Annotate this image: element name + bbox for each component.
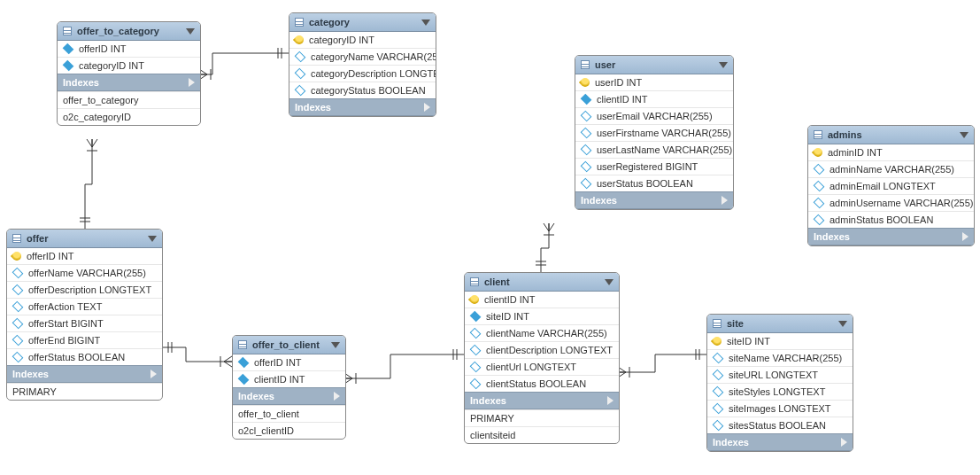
- column-row[interactable]: offerEnd BIGINT: [7, 331, 162, 348]
- column-row[interactable]: offerName VARCHAR(255): [7, 264, 162, 281]
- column-row[interactable]: adminEmail LONGTEXT: [808, 177, 974, 194]
- entity-header[interactable]: client: [465, 273, 619, 292]
- column-row[interactable]: clientUrl LONGTEXT: [465, 358, 619, 375]
- expand-icon[interactable]: [424, 103, 430, 112]
- table-icon: [63, 27, 72, 35]
- column-row[interactable]: userFirstname VARCHAR(255): [575, 124, 733, 141]
- column-row[interactable]: adminStatus BOOLEAN: [808, 211, 974, 228]
- column-row[interactable]: clientStatus BOOLEAN: [465, 375, 619, 392]
- column-row[interactable]: userLastName VARCHAR(255): [575, 141, 733, 158]
- table-icon: [12, 234, 21, 243]
- column-row[interactable]: offerStart BIGINT: [7, 315, 162, 331]
- column-text: userFirstname VARCHAR(255): [597, 128, 731, 138]
- entity-header[interactable]: admins: [808, 126, 974, 144]
- column-row[interactable]: offerStatus BOOLEAN: [7, 348, 162, 365]
- collapse-icon[interactable]: [838, 321, 847, 327]
- indexes-section-header[interactable]: Indexes: [233, 387, 345, 405]
- column-row[interactable]: offerID INT: [233, 354, 345, 370]
- column-row[interactable]: siteStyles LONGTEXT: [707, 383, 853, 400]
- indexes-section-header[interactable]: Indexes: [7, 365, 162, 383]
- entity-admins[interactable]: adminsadminID INTadminName VARCHAR(255)a…: [807, 125, 975, 246]
- index-row[interactable]: PRIMARY: [465, 409, 619, 426]
- diamond-hollow-icon: [581, 178, 592, 190]
- entity-header[interactable]: category: [289, 13, 436, 32]
- column-row[interactable]: adminName VARCHAR(255): [808, 160, 974, 177]
- columns-list: adminID INTadminName VARCHAR(255)adminEm…: [808, 144, 974, 228]
- column-row[interactable]: clientID INT: [465, 292, 619, 308]
- column-row[interactable]: adminUsername VARCHAR(255): [808, 194, 974, 211]
- index-row[interactable]: o2cl_clientID: [233, 422, 345, 439]
- expand-icon[interactable]: [962, 232, 968, 241]
- entity-header[interactable]: offer_to_client: [233, 336, 345, 354]
- collapse-icon[interactable]: [421, 19, 430, 26]
- key-icon: [468, 293, 481, 306]
- column-row[interactable]: categoryID INT: [289, 32, 436, 48]
- key-icon: [293, 34, 305, 46]
- entity-category[interactable]: categorycategoryID INTcategoryName VARCH…: [289, 12, 436, 117]
- column-row[interactable]: userRegistered BIGINT: [575, 158, 733, 175]
- entity-offer[interactable]: offerofferID INTofferName VARCHAR(255)of…: [6, 229, 163, 401]
- expand-icon[interactable]: [721, 196, 728, 205]
- column-row[interactable]: siteName VARCHAR(255): [707, 349, 853, 366]
- index-row[interactable]: offer_to_client: [233, 405, 345, 422]
- expand-icon[interactable]: [334, 392, 340, 401]
- column-row[interactable]: clientID INT: [233, 370, 345, 387]
- column-row[interactable]: categoryStatus BOOLEAN: [289, 82, 436, 98]
- column-row[interactable]: categoryDescription LONGTEXT: [289, 65, 436, 82]
- column-row[interactable]: sitesStatus BOOLEAN: [707, 417, 853, 433]
- collapse-icon[interactable]: [331, 342, 340, 348]
- entity-header[interactable]: offer_to_category: [58, 22, 200, 41]
- expand-icon[interactable]: [607, 396, 613, 405]
- collapse-icon[interactable]: [719, 62, 728, 68]
- column-row[interactable]: offerID INT: [58, 41, 200, 57]
- collapse-icon[interactable]: [605, 279, 613, 285]
- collapse-icon[interactable]: [960, 132, 968, 138]
- column-row[interactable]: clientDescription LONGTEXT: [465, 341, 619, 358]
- entity-offer_to_client[interactable]: offer_to_clientofferID INTclientID INTIn…: [232, 335, 346, 440]
- indexes-section-header[interactable]: Indexes: [58, 74, 200, 91]
- entity-client[interactable]: clientclientID INTsiteID INTclientName V…: [464, 272, 620, 444]
- diamond-hollow-icon: [713, 386, 724, 398]
- indexes-section-header[interactable]: Indexes: [465, 392, 619, 409]
- column-row[interactable]: userID INT: [575, 74, 733, 90]
- column-row[interactable]: offerDescription LONGTEXT: [7, 281, 162, 298]
- expand-icon[interactable]: [189, 78, 195, 87]
- entity-header[interactable]: site: [707, 315, 853, 333]
- entity-user[interactable]: useruserID INTclientID INTuserEmail VARC…: [575, 55, 734, 210]
- index-row[interactable]: PRIMARY: [7, 383, 162, 400]
- column-row[interactable]: siteID INT: [465, 308, 619, 324]
- column-row[interactable]: offerID INT: [7, 248, 162, 264]
- diamond-filled-icon: [238, 374, 250, 385]
- entity-header[interactable]: user: [575, 56, 733, 74]
- indexes-section-header[interactable]: Indexes: [289, 98, 436, 116]
- entity-header[interactable]: offer: [7, 230, 162, 248]
- column-row[interactable]: categoryName VARCHAR(255): [289, 48, 436, 65]
- column-row[interactable]: offerAction TEXT: [7, 298, 162, 315]
- column-row[interactable]: clientName VARCHAR(255): [465, 324, 619, 341]
- column-row[interactable]: userEmail VARCHAR(255): [575, 107, 733, 124]
- entity-site[interactable]: sitesiteID INTsiteName VARCHAR(255)siteU…: [706, 314, 853, 452]
- index-row[interactable]: offer_to_category: [58, 91, 200, 108]
- indexes-section-header[interactable]: Indexes: [575, 191, 733, 209]
- indexes-section-header[interactable]: Indexes: [808, 228, 974, 245]
- column-row[interactable]: siteURL LONGTEXT: [707, 366, 853, 383]
- expand-icon[interactable]: [150, 370, 157, 378]
- entity-title: offer_to_client: [252, 339, 326, 350]
- collapse-icon[interactable]: [148, 236, 157, 242]
- column-row[interactable]: siteID INT: [707, 333, 853, 349]
- column-row[interactable]: userStatus BOOLEAN: [575, 175, 733, 191]
- indexes-section-header[interactable]: Indexes: [707, 433, 853, 451]
- column-row[interactable]: siteImages LONGTEXT: [707, 400, 853, 417]
- index-row[interactable]: o2c_categoryID: [58, 108, 200, 125]
- diamond-hollow-icon: [713, 370, 724, 381]
- diamond-hollow-icon: [581, 161, 592, 173]
- expand-icon[interactable]: [841, 438, 847, 447]
- entity-offer_to_category[interactable]: offer_to_categoryofferID INTcategoryID I…: [57, 21, 201, 126]
- column-text: userLastName VARCHAR(255): [597, 144, 732, 155]
- column-row[interactable]: categoryID INT: [58, 57, 200, 74]
- column-row[interactable]: adminID INT: [808, 144, 974, 160]
- columns-list: siteID INTsiteName VARCHAR(255)siteURL L…: [707, 333, 853, 433]
- collapse-icon[interactable]: [186, 28, 195, 35]
- column-row[interactable]: clientID INT: [575, 90, 733, 107]
- index-row[interactable]: clientsiteid: [465, 426, 619, 443]
